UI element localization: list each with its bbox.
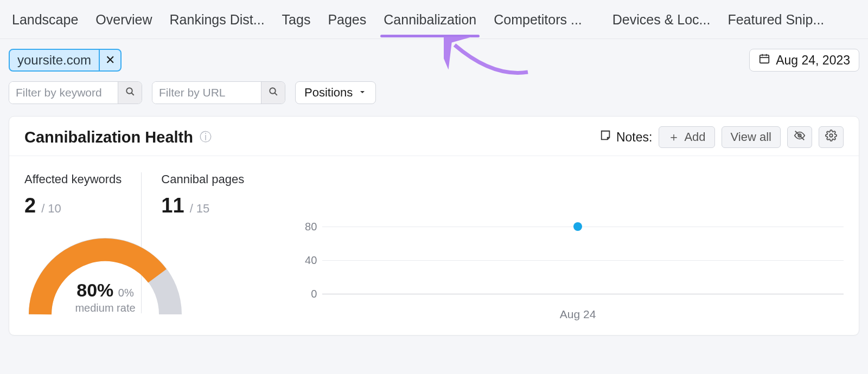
svg-line-5 (131, 93, 134, 95)
notes-label-text: Notes: (616, 130, 652, 145)
add-note-label: Add (684, 130, 705, 144)
card-header: Cannibalization Health ⓘ Notes: ＋ Add Vi… (9, 117, 859, 156)
tab-featured-snip[interactable]: Featured Snip... (719, 1, 833, 37)
svg-line-7 (275, 93, 277, 95)
y-axis-tick: 0 (290, 288, 317, 300)
gauge-percent: 80% (76, 280, 113, 300)
card-title: Cannibalization Health ⓘ (24, 128, 212, 146)
gauge-delta: 0% (118, 287, 134, 299)
keyword-filter-input[interactable] (9, 82, 118, 104)
trend-chart: 80 40 0 Aug 24 (264, 172, 844, 313)
view-all-notes-button[interactable]: View all (722, 126, 781, 148)
search-icon (269, 87, 278, 99)
url-filter-group (152, 81, 285, 104)
card-title-text: Cannibalization Health (24, 128, 193, 146)
svg-point-10 (829, 134, 833, 137)
tab-cannibalization[interactable]: Cannibalization (375, 1, 485, 37)
gauge-sublabel: medium rate (24, 302, 187, 314)
tab-landscape[interactable]: Landscape (3, 1, 87, 37)
site-chip-label: yoursite.com (10, 50, 99, 70)
positions-dropdown[interactable]: Positions (295, 81, 376, 104)
filter-row-2: Positions (0, 77, 868, 116)
chevron-down-icon (358, 86, 367, 100)
date-picker-button[interactable]: Aug 24, 2023 (749, 49, 859, 72)
add-note-button[interactable]: ＋ Add (659, 126, 714, 148)
health-gauge: 80% 0% medium rate (24, 233, 187, 320)
tab-rankings-dist[interactable]: Rankings Dist... (161, 1, 273, 37)
filter-row-1: yoursite.com ✕ Aug 24, 2023 (0, 39, 868, 77)
y-axis-tick: 80 (290, 221, 317, 233)
stat-cannibal-total: / 15 (190, 202, 210, 216)
keyword-filter-group (9, 81, 142, 104)
keyword-filter-search-button[interactable] (118, 82, 142, 104)
note-icon (600, 130, 612, 145)
x-axis-tick: Aug 24 (560, 308, 596, 321)
site-chip[interactable]: yoursite.com ✕ (9, 49, 122, 72)
visibility-toggle-button[interactable] (787, 126, 812, 148)
search-icon (125, 87, 135, 99)
view-all-label: View all (731, 130, 771, 144)
tab-devices-loc[interactable]: Devices & Loc... (604, 1, 719, 37)
settings-button[interactable] (819, 126, 844, 148)
svg-point-6 (270, 88, 276, 94)
calendar-icon (758, 53, 770, 68)
tab-tags[interactable]: Tags (273, 1, 320, 37)
close-icon: ✕ (105, 53, 115, 67)
site-chip-remove[interactable]: ✕ (99, 50, 120, 70)
stat-cannibal-value: 11 (161, 194, 184, 217)
tab-pages[interactable]: Pages (319, 1, 375, 37)
tab-overview[interactable]: Overview (87, 1, 161, 37)
stat-cannibal-label: Cannibal pages (161, 172, 244, 186)
eye-off-icon (794, 130, 806, 145)
gear-icon (825, 130, 837, 145)
stat-affected-label: Affected keywords (24, 172, 122, 186)
nav-tabs: Landscape Overview Rankings Dist... Tags… (0, 0, 868, 39)
url-filter-input[interactable] (152, 82, 261, 104)
y-axis-tick: 40 (290, 254, 317, 267)
stat-affected-total: / 10 (41, 202, 61, 216)
url-filter-search-button[interactable] (261, 82, 285, 104)
tab-competitors[interactable]: Competitors ... (485, 1, 591, 37)
info-icon[interactable]: ⓘ (200, 129, 212, 145)
card-header-actions: Notes: ＋ Add View all (600, 126, 844, 148)
notes-label-group: Notes: (600, 130, 652, 145)
plus-icon: ＋ (668, 129, 680, 145)
stat-affected-value: 2 (24, 194, 36, 217)
svg-rect-0 (760, 55, 769, 63)
positions-label: Positions (304, 86, 353, 100)
chart-data-point[interactable] (573, 222, 582, 231)
svg-point-4 (126, 88, 132, 94)
date-label: Aug 24, 2023 (776, 53, 850, 68)
